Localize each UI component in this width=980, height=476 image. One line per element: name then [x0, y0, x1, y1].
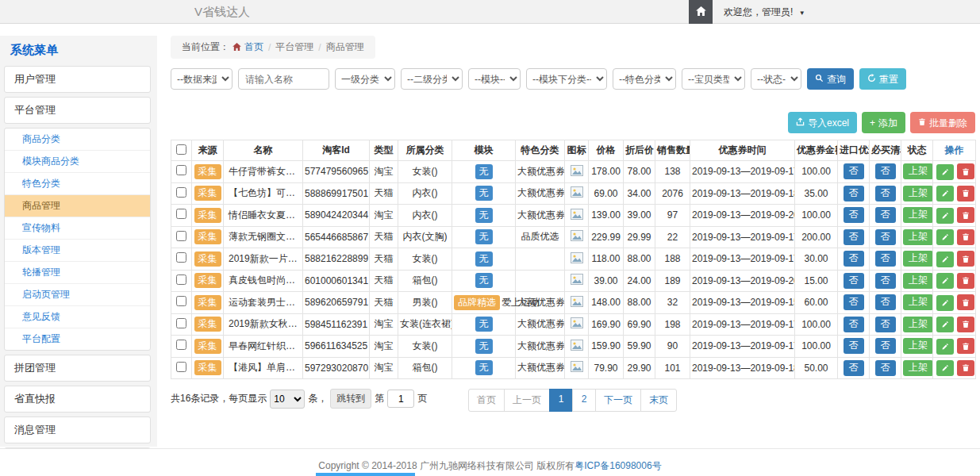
must-buy-toggle[interactable]: 否	[875, 207, 896, 223]
sidebar-item-0[interactable]: 用户管理	[4, 66, 151, 93]
row-checkbox[interactable]	[176, 274, 186, 285]
status-button[interactable]: 上架	[903, 338, 933, 354]
import-select-toggle[interactable]: 否	[844, 273, 864, 289]
delete-button[interactable]	[957, 163, 974, 179]
edit-button[interactable]	[936, 186, 954, 202]
delete-button[interactable]	[957, 294, 974, 310]
edit-button[interactable]	[936, 273, 954, 289]
sidebar-item-bottom-1[interactable]: 省直快报	[4, 386, 151, 413]
status-button[interactable]: 上架	[903, 294, 933, 310]
edit-button[interactable]	[936, 360, 954, 376]
sidebar-subitem[interactable]: 商品分类	[5, 129, 150, 151]
page-button-末页[interactable]: 末页	[640, 389, 677, 412]
page-button-下一页[interactable]: 下一页	[595, 389, 641, 412]
edit-button[interactable]	[936, 251, 954, 267]
edit-button[interactable]	[936, 164, 954, 180]
edit-button[interactable]	[936, 295, 954, 311]
row-checkbox[interactable]	[176, 362, 186, 372]
status-button[interactable]: 上架	[903, 163, 933, 179]
page-size-select[interactable]: 10	[270, 390, 305, 409]
status-button[interactable]: 上架	[903, 273, 933, 289]
sidebar-subitem[interactable]: 意见反馈	[5, 306, 150, 328]
secondary-category-filter[interactable]: --二级分类--	[401, 68, 463, 90]
delete-button[interactable]	[957, 360, 974, 376]
import-select-toggle[interactable]: 否	[844, 186, 864, 202]
row-checkbox[interactable]	[176, 231, 186, 241]
select-all-checkbox[interactable]	[176, 144, 186, 155]
must-buy-toggle[interactable]: 否	[875, 163, 896, 179]
primary-category-filter[interactable]: 一级分类	[335, 68, 395, 90]
delete-button[interactable]	[957, 207, 974, 223]
status-button[interactable]: 上架	[903, 186, 933, 202]
delete-button[interactable]	[957, 251, 974, 267]
page-number-input[interactable]	[387, 390, 414, 408]
import-select-toggle[interactable]: 否	[844, 163, 864, 179]
status-button[interactable]: 上架	[903, 251, 933, 267]
row-checkbox[interactable]	[176, 165, 186, 175]
icp-link[interactable]: 粤ICP备16098006号	[575, 460, 661, 471]
must-buy-toggle[interactable]: 否	[875, 294, 896, 310]
import-excel-button[interactable]: 导入excel	[788, 112, 857, 133]
delete-button[interactable]	[957, 273, 974, 289]
must-buy-toggle[interactable]: 否	[875, 251, 896, 267]
delete-button[interactable]	[957, 317, 974, 332]
delete-button[interactable]	[957, 186, 974, 202]
status-button[interactable]: 上架	[903, 207, 933, 223]
jump-button[interactable]: 跳转到	[330, 389, 371, 409]
sidebar-subitem[interactable]: 平台配置	[5, 328, 150, 350]
edit-button[interactable]	[936, 208, 954, 224]
page-button-2[interactable]: 2	[572, 389, 596, 412]
delete-button[interactable]	[957, 338, 974, 354]
module-subcategory-filter[interactable]: --模块下分类--	[526, 68, 607, 90]
must-buy-toggle[interactable]: 否	[875, 360, 896, 376]
row-checkbox[interactable]	[176, 187, 186, 198]
page-button-1[interactable]: 1	[549, 389, 573, 412]
status-button[interactable]: 上架	[903, 317, 933, 332]
delete-button[interactable]	[957, 229, 974, 245]
import-select-toggle[interactable]: 否	[844, 294, 864, 310]
import-select-toggle[interactable]: 否	[844, 251, 864, 267]
row-checkbox[interactable]	[176, 252, 186, 263]
sidebar-item-1[interactable]: 平台管理	[4, 97, 151, 124]
import-select-toggle[interactable]: 否	[844, 229, 864, 245]
item-type-filter[interactable]: --宝贝类型--	[682, 68, 745, 90]
row-checkbox[interactable]	[176, 340, 186, 350]
add-button[interactable]: + 添加	[862, 112, 905, 133]
page-button-上一页[interactable]: 上一页	[504, 389, 550, 412]
import-select-toggle[interactable]: 否	[844, 360, 864, 376]
status-filter[interactable]: --状态--	[751, 68, 801, 90]
user-menu[interactable]: 欢迎您，管理员! ▼	[724, 6, 805, 19]
row-checkbox[interactable]	[176, 318, 186, 328]
status-button[interactable]: 上架	[903, 229, 933, 245]
sidebar-subitem[interactable]: 特色分类	[5, 173, 150, 195]
must-buy-toggle[interactable]: 否	[875, 186, 896, 202]
sidebar-subitem[interactable]: 商品管理	[5, 195, 150, 217]
module-filter[interactable]: --模块--	[468, 68, 521, 90]
edit-button[interactable]	[936, 317, 954, 332]
reset-button[interactable]: 重置	[859, 68, 906, 90]
import-select-toggle[interactable]: 否	[844, 317, 864, 332]
sidebar-subitem[interactable]: 启动页管理	[5, 284, 150, 306]
home-button[interactable]	[689, 0, 713, 24]
name-search-input[interactable]	[238, 68, 329, 90]
must-buy-toggle[interactable]: 否	[875, 317, 896, 332]
import-select-toggle[interactable]: 否	[844, 338, 864, 354]
sidebar-subitem[interactable]: 轮播管理	[5, 262, 150, 284]
sidebar-item-bottom-0[interactable]: 拼团管理	[4, 355, 151, 382]
row-checkbox[interactable]	[176, 296, 186, 306]
search-button[interactable]: 查询	[807, 68, 854, 90]
edit-button[interactable]	[936, 339, 954, 355]
breadcrumb-home-link[interactable]: 首页	[244, 40, 263, 54]
status-button[interactable]: 上架	[903, 360, 933, 376]
edit-button[interactable]	[936, 229, 954, 245]
must-buy-toggle[interactable]: 否	[875, 229, 896, 245]
horizontal-scrollbar-thumb[interactable]	[316, 473, 415, 476]
sidebar-subitem[interactable]: 版本管理	[5, 240, 150, 262]
sidebar-subitem[interactable]: 模块商品分类	[5, 151, 150, 173]
must-buy-toggle[interactable]: 否	[875, 273, 896, 289]
page-button-首页[interactable]: 首页	[468, 389, 505, 412]
feature-category-filter[interactable]: --特色分类--	[613, 68, 676, 90]
data-source-filter[interactable]: --数据来源--	[171, 68, 233, 90]
row-checkbox[interactable]	[176, 209, 186, 219]
import-select-toggle[interactable]: 否	[844, 207, 864, 223]
